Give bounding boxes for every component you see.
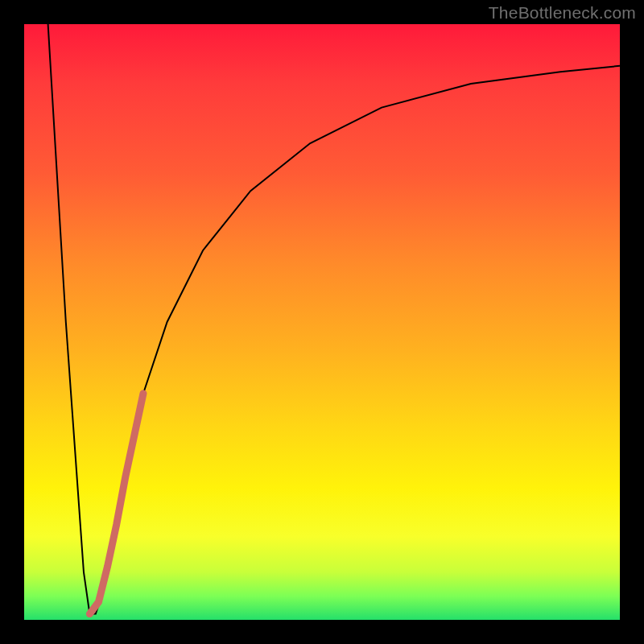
curve-layer [24,24,620,620]
chart-stage: TheBottleneck.com [0,0,644,644]
highlight-segment-path [89,394,143,614]
watermark-label: TheBottleneck.com [489,3,636,23]
plot-area [24,24,620,620]
bottleneck-curve-path [48,24,620,614]
